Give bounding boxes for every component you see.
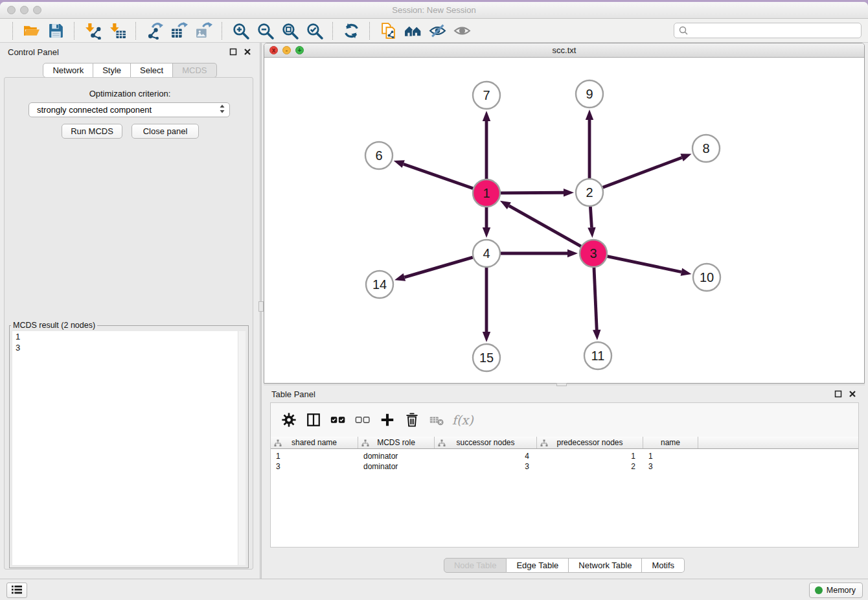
vertical-splitter[interactable] — [260, 43, 262, 579]
column-header-name[interactable]: name — [643, 437, 698, 448]
graph-node-7[interactable]: 7 — [473, 82, 500, 109]
export-table-button[interactable] — [166, 21, 191, 41]
close-panel-icon[interactable] — [849, 390, 857, 398]
table-row[interactable]: 3dominator323 — [271, 461, 858, 472]
column-header-shared-name[interactable]: shared name — [271, 437, 358, 448]
graph-node-2[interactable]: 2 — [576, 179, 603, 206]
tab-edge-table[interactable]: Edge Table — [507, 558, 569, 573]
scrollbar-track[interactable] — [238, 331, 246, 565]
column-header-mcds-role[interactable]: MCDS role — [358, 437, 435, 448]
show-columns-button[interactable] — [303, 409, 324, 431]
cell-name[interactable]: 1 — [643, 451, 698, 461]
cell-shared-name[interactable]: 3 — [271, 461, 358, 472]
mcds-result-list[interactable]: 13 — [12, 331, 246, 565]
graph-node-10[interactable]: 10 — [693, 264, 720, 291]
graph-edge-1-7[interactable] — [483, 111, 490, 179]
close-panel-button[interactable]: Close panel — [131, 124, 199, 139]
graph-node-1[interactable]: 1 — [473, 179, 500, 207]
delete-button[interactable] — [402, 409, 422, 431]
cell-predecessor-nodes[interactable]: 1 — [537, 451, 643, 461]
graph-node-9[interactable]: 9 — [576, 80, 603, 108]
graph-edge-3-10[interactable] — [608, 257, 692, 276]
open-session-button[interactable] — [19, 21, 43, 41]
tab-style[interactable]: Style — [93, 63, 131, 78]
close-window-icon[interactable]: x — [269, 46, 278, 54]
cell-successor-nodes[interactable]: 4 — [435, 451, 537, 461]
graph-edge-2-9[interactable] — [586, 110, 593, 178]
import-network-icon — [84, 22, 102, 40]
list-icon — [10, 584, 23, 597]
column-header-predecessor-nodes[interactable]: predecessor nodes — [537, 437, 643, 448]
network-canvas[interactable]: 7968124314101511 — [264, 58, 864, 383]
export-network-icon — [146, 22, 163, 40]
zoom-selected-button[interactable] — [302, 21, 326, 41]
zoom-fit-button[interactable] — [277, 21, 302, 41]
graph-edge-3-11[interactable] — [593, 268, 600, 340]
graph-node-14[interactable]: 14 — [366, 271, 393, 298]
minimize-window-icon[interactable] — [20, 6, 29, 14]
cell-shared-name[interactable]: 1 — [271, 451, 358, 461]
show-panel-button[interactable] — [450, 21, 474, 41]
clone-network-button[interactable] — [376, 21, 400, 41]
zoom-window-icon[interactable] — [33, 6, 41, 14]
graph-node-4[interactable]: 4 — [473, 240, 500, 267]
graph-node-11[interactable]: 11 — [584, 342, 611, 369]
hide-panel-button[interactable] — [425, 21, 450, 41]
graph-node-8[interactable]: 8 — [692, 135, 720, 162]
import-network-button[interactable] — [80, 21, 105, 41]
column-header-successor-nodes[interactable]: successor nodes — [435, 437, 537, 448]
import-table-button[interactable] — [105, 21, 130, 41]
minimize-window-icon[interactable]: - — [282, 46, 291, 54]
cell-mcds-role[interactable]: dominator — [358, 461, 435, 472]
graph-node-6[interactable]: 6 — [365, 142, 393, 169]
splitter-grip[interactable] — [258, 301, 264, 312]
cell-predecessor-nodes[interactable]: 2 — [537, 461, 643, 472]
run-mcds-button[interactable]: Run MCDS — [62, 124, 122, 139]
zoom-window-icon[interactable]: + — [295, 46, 304, 54]
save-session-button[interactable] — [43, 21, 68, 41]
table-settings-button[interactable] — [279, 409, 299, 431]
deselect-all-button[interactable] — [352, 409, 373, 431]
cell-name[interactable]: 3 — [643, 461, 698, 472]
cell-mcds-role[interactable]: dominator — [358, 451, 435, 461]
graph-edge-1-6[interactable] — [394, 160, 474, 188]
graph-edge-4-15[interactable] — [483, 268, 490, 342]
memory-button[interactable]: Memory — [809, 583, 863, 598]
float-panel-icon[interactable] — [229, 48, 238, 56]
tab-node-table[interactable]: Node Table — [444, 558, 507, 573]
float-panel-icon[interactable] — [834, 390, 843, 398]
graph-node-3[interactable]: 3 — [580, 240, 607, 267]
graph-edge-2-3[interactable] — [588, 207, 595, 238]
tab-select[interactable]: Select — [131, 63, 173, 78]
graph-edge-2-8[interactable] — [603, 154, 692, 187]
add-button[interactable] — [377, 409, 398, 431]
column-header-label: predecessor nodes — [556, 438, 622, 447]
close-panel-icon[interactable] — [244, 48, 252, 56]
graph-edge-4-3[interactable] — [501, 249, 578, 257]
export-image-button[interactable] — [191, 21, 216, 41]
refresh-button[interactable] — [339, 21, 363, 41]
zoom-fit-icon — [281, 22, 299, 40]
graph-edge-1-4[interactable] — [483, 207, 490, 238]
search-input[interactable] — [674, 23, 862, 38]
tab-mcds[interactable]: MCDS — [173, 63, 216, 78]
tab-network[interactable]: Network — [43, 63, 93, 78]
cell-successor-nodes[interactable]: 3 — [435, 461, 537, 472]
task-history-button[interactable] — [6, 583, 27, 598]
graph-edge-1-2[interactable] — [501, 189, 574, 196]
graph-edge-3-1[interactable] — [500, 201, 581, 246]
mcds-result-title: MCDS result (2 nodes) — [11, 321, 97, 330]
table-row[interactable]: 1dominator411 — [271, 451, 858, 461]
zoom-in-button[interactable] — [228, 21, 253, 41]
tab-network-table[interactable]: Network Table — [569, 558, 642, 573]
criterion-select[interactable]: strongly connected component — [29, 102, 230, 117]
graph-node-15[interactable]: 15 — [473, 344, 500, 371]
select-all-icon — [330, 412, 346, 428]
close-window-icon[interactable] — [7, 6, 16, 14]
graph-edge-4-14[interactable] — [394, 257, 473, 281]
home-button[interactable] — [400, 21, 425, 41]
export-network-button[interactable] — [142, 21, 166, 41]
select-all-button[interactable] — [328, 409, 348, 431]
tab-motifs[interactable]: Motifs — [642, 558, 685, 573]
zoom-out-button[interactable] — [253, 21, 277, 41]
